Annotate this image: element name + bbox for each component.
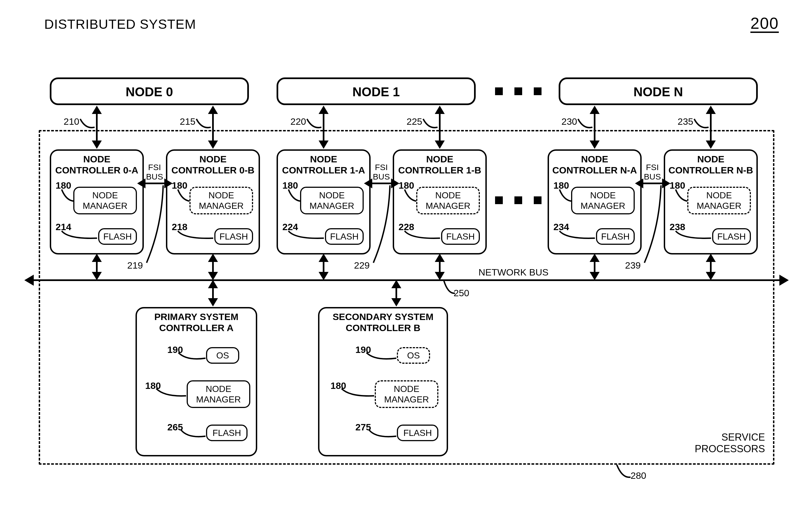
arrow-1a-bus (323, 261, 324, 272)
lead-bus (440, 281, 456, 297)
lead-fsi-1 (373, 185, 390, 265)
lead-nb-nm (676, 189, 689, 203)
ctrl-na-title-l1: NODE (581, 154, 608, 164)
arrow-0b-bus (212, 261, 214, 272)
arrow-noden-nb (710, 113, 712, 141)
ctrl-1b-title-l1: NODE (426, 154, 453, 164)
fsi-l1: FSI (148, 163, 161, 172)
sys-b-title-l1: SECONDARY SYSTEM (333, 311, 434, 322)
fsi-l2: BUS (146, 172, 163, 181)
lead-0a-flash (62, 231, 98, 242)
lead-sys-b-os (366, 353, 397, 364)
service-label-l1: SERVICE (722, 432, 765, 443)
ctrl-na-flash: FLASH (596, 228, 635, 245)
sys-b-flash: FLASH (397, 424, 438, 441)
node-controller-1b: NODE CONTROLLER 1-B NODE MANAGER FLASH 1… (393, 149, 487, 255)
lead-1a-nm (288, 189, 302, 203)
ellipsis-top-dot (495, 87, 503, 95)
arrow-noden-na (594, 113, 596, 141)
fsi-l1: FSI (375, 163, 388, 172)
lead-220 (307, 119, 322, 131)
arrow-node0-0a (96, 113, 98, 141)
lead-sys-a-flash (181, 430, 206, 441)
ctrl-1b-title-l2: CONTROLLER 1-B (398, 165, 481, 175)
arrow-node1-1a (323, 113, 324, 141)
ellipsis-top-dot (515, 87, 522, 95)
fsi-bus-1-label: FSI BUS (373, 163, 390, 181)
fsi-bus-n-arrow (643, 183, 663, 184)
fsi-l2: BUS (373, 172, 390, 181)
fsi-1-ref: 229 (354, 260, 370, 271)
lead-na-nm (559, 189, 573, 203)
ctrl-0b-title-l1: NODE (200, 154, 227, 164)
arrow-ref-215: 215 (180, 116, 195, 127)
lead-1a-flash (288, 231, 324, 242)
lead-230 (578, 119, 593, 131)
sys-b-nm: NODE MANAGER (375, 380, 438, 408)
ellipsis-top-dot (534, 87, 542, 95)
sys-a-nm: NODE MANAGER (187, 380, 250, 408)
sys-a-title-l1: PRIMARY SYSTEM (154, 311, 238, 322)
ctrl-nb-flash: FLASH (712, 228, 751, 245)
secondary-system-controller-b: SECONDARY SYSTEM CONTROLLER B OS NODE MA… (318, 307, 448, 457)
arrow-node0-0b (212, 113, 214, 141)
ctrl-1a-nm: NODE MANAGER (300, 187, 364, 214)
ctrl-0b-nm: NODE MANAGER (189, 187, 253, 214)
arrow-ref-225: 225 (407, 116, 422, 127)
ctrl-1b-nm: NODE MANAGER (416, 187, 480, 214)
sys-a-os: OS (206, 347, 239, 364)
node-1: NODE 1 (277, 77, 476, 105)
fsi-bus-0-label: FSI BUS (146, 163, 163, 181)
lead-215 (197, 119, 212, 131)
ellipsis-mid-dot (515, 197, 522, 204)
ctrl-na-title-l2: CONTROLLER N-A (552, 165, 637, 175)
lead-fsi-0 (147, 185, 163, 265)
lead-fsi-n (645, 185, 661, 265)
lead-0b-flash (178, 231, 214, 242)
lead-235 (694, 119, 709, 131)
ctrl-1a-title-l2: CONTROLLER 1-A (282, 165, 365, 175)
ctrl-nb-nm: NODE MANAGER (687, 187, 751, 214)
network-bus-label: NETWORK BUS (478, 267, 548, 278)
bus-arrow-right (779, 275, 789, 286)
ctrl-na-nm: NODE MANAGER (571, 187, 635, 214)
outer-ref: 280 (631, 470, 646, 481)
lead-280 (612, 465, 632, 481)
fsi-bus-1-arrow (372, 183, 392, 184)
arrow-nb-bus (710, 261, 712, 272)
ctrl-0a-title-l1: NODE (83, 154, 110, 164)
bus-arrow-left (24, 275, 34, 286)
lead-210 (80, 119, 96, 131)
fsi-bus-0-arrow (145, 183, 165, 184)
ctrl-1b-flash: FLASH (441, 228, 480, 245)
figure-number: 200 (750, 14, 779, 32)
ctrl-nb-title-l2: CONTROLLER N-B (669, 165, 753, 175)
ctrl-nb-title-l1: NODE (697, 154, 724, 164)
lead-0b-nm (178, 189, 192, 203)
fsi-bus-n-label: FSI BUS (644, 163, 661, 181)
node-controller-nb: NODE CONTROLLER N-B NODE MANAGER FLASH 1… (664, 149, 758, 255)
sys-b-title-l2: CONTROLLER B (346, 322, 420, 333)
ctrl-0a-flash: FLASH (98, 228, 137, 245)
arrow-ref-230: 230 (561, 116, 577, 127)
lead-225 (423, 119, 438, 131)
diagram-title: DISTRIBUTED SYSTEM (44, 17, 196, 32)
arrow-0a-bus (96, 261, 98, 272)
arrow-ref-220: 220 (290, 116, 306, 127)
network-bus-line (33, 279, 780, 281)
sys-b-os: OS (397, 347, 430, 364)
arrow-na-bus (594, 261, 596, 272)
service-label-l2: PROCESSORS (695, 443, 765, 454)
ctrl-0a-title-l2: CONTROLLER 0-A (55, 165, 138, 175)
ctrl-1a-title-l1: NODE (310, 154, 337, 164)
primary-system-controller-a: PRIMARY SYSTEM CONTROLLER A OS NODE MANA… (135, 307, 257, 457)
lead-sys-a-os (178, 353, 206, 364)
sys-a-flash-ref: 265 (167, 422, 183, 433)
fsi-0-ref: 219 (127, 260, 143, 271)
ellipsis-mid-dot (495, 197, 503, 204)
arrow-node1-1b (439, 113, 441, 141)
service-processors-label: SERVICE PROCESSORS (695, 432, 765, 455)
lead-na-flash (559, 231, 596, 242)
arrow-ref-210: 210 (63, 116, 79, 127)
arrow-1b-bus (439, 261, 441, 272)
